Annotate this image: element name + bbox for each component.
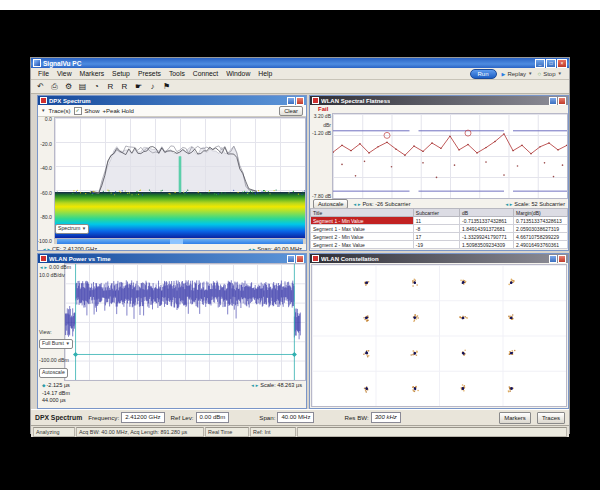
print-icon[interactable]: ⎙ <box>49 81 60 92</box>
view-dropdown[interactable]: Full Burst ▼ <box>39 339 73 349</box>
maximize-icon[interactable]: □ <box>546 59 556 68</box>
adjust-arrows-icon: ◄► <box>247 247 256 252</box>
table-header: Title <box>311 209 414 217</box>
table-cell: 4.66710758299229 <box>514 233 568 241</box>
dpx-panel-header[interactable]: DPX Spectrum <box>38 96 306 105</box>
table-cell: 2.05903038627319 <box>514 225 568 233</box>
title-bar[interactable]: SignalVu PC _ □ × <box>31 58 569 68</box>
panel-restore-icon[interactable] <box>287 255 295 263</box>
table-cell: 1.84914391372681 <box>460 225 514 233</box>
minimize-icon[interactable]: _ <box>535 59 545 68</box>
panel-close-icon[interactable] <box>558 255 566 263</box>
dpx-display[interactable]: Spectrum ▼ <box>54 117 306 239</box>
flatness-panel-header[interactable]: WLAN Spectral Flatness <box>310 96 568 105</box>
frequency-field[interactable]: 2.41200 GHz <box>121 412 164 423</box>
panel-close-icon[interactable] <box>296 97 304 105</box>
scale-readout[interactable]: ◄►Scale: 48.263 µs <box>250 382 302 388</box>
panel-close-icon[interactable] <box>558 97 566 105</box>
status-cell: Acq BW: 40.00 MHz, Acq Length: 891.280 µ… <box>76 427 204 437</box>
dpx-trace-toolbar: ▼ Trace(s) ✓ Show +Peak Hold Clear <box>38 105 306 117</box>
flatness-chart[interactable] <box>332 113 568 199</box>
pvt-panel-header[interactable]: WLAN Power vs Time <box>38 254 306 263</box>
replay-button[interactable]: ▶ Replay ▼ <box>502 71 533 77</box>
menu-tools[interactable]: Tools <box>165 70 189 77</box>
panel-close-icon[interactable] <box>296 255 304 263</box>
span-field[interactable]: 40.00 MHz <box>277 412 314 423</box>
toolbar: ↶⎙⚙▤◔RR☛♪⚑ <box>31 80 569 94</box>
adjust-arrows-icon: ◄► <box>39 265 48 270</box>
app-icon <box>33 59 41 67</box>
dpx-y-tick: -60.0 <box>40 190 52 196</box>
menu-presets[interactable]: Presets <box>134 70 165 77</box>
status-cell <box>297 427 567 437</box>
menu-bar: FileViewMarkersSetupPresetsToolsConnectW… <box>31 68 569 80</box>
pvt-y-axis: ◄►0.00 dBm 10.0 dB/div View: Full Burst … <box>38 263 64 381</box>
menu-file[interactable]: File <box>34 70 53 77</box>
marker-readout[interactable]: ◆-2.125 µs <box>42 382 70 388</box>
burst-length-readout: 44.000 µs <box>38 396 306 403</box>
show-checkbox[interactable]: ✓ <box>74 107 82 115</box>
dpx-y-tick: -80.0 <box>40 214 52 220</box>
stop-button[interactable]: ○ Stop ▼ <box>538 71 562 77</box>
flatness-results-table: TitleSubcarrierdBMargin(dB)Segment 1 - M… <box>310 208 568 249</box>
panel-icon <box>312 97 319 104</box>
stop-icon: ○ <box>538 71 542 77</box>
autoscale-button[interactable]: Autoscale <box>39 368 68 378</box>
clear-button[interactable]: Clear <box>279 106 303 116</box>
window-title: SignalVu PC <box>43 60 81 67</box>
menu-window[interactable]: Window <box>222 70 254 77</box>
table-cell: Segment 1 - Min Value <box>311 217 414 225</box>
res-bw-field[interactable]: 300 kHz <box>371 412 401 423</box>
traces-button[interactable]: Traces <box>537 412 565 424</box>
panel-restore-icon[interactable] <box>549 255 557 263</box>
table-row[interactable]: Segment 1 - Min Value11-0.71351337432861… <box>311 217 568 225</box>
touch-icon[interactable]: ☛ <box>133 81 144 92</box>
close-icon[interactable]: × <box>557 59 567 68</box>
constellation-panel-header[interactable]: WLAN Constellation <box>310 254 568 263</box>
menu-markers[interactable]: Markers <box>76 70 109 77</box>
peak-hold-selector[interactable]: +Peak Hold <box>103 108 134 114</box>
menu-view[interactable]: View <box>53 70 76 77</box>
autoscale-button[interactable]: Autoscale <box>313 199 348 209</box>
replay-marker-icon[interactable]: R <box>105 81 116 92</box>
ref-level-readout[interactable]: ◄►0.00 dBm <box>39 264 71 270</box>
spectrum-trace-dropdown[interactable]: Spectrum ▼ <box>55 224 89 234</box>
table-row[interactable]: Segment 2 - Min Value17-1.33299241790771… <box>311 233 568 241</box>
scale-readout[interactable]: ◄►Scale: 52 Subcarrier <box>504 201 565 207</box>
play-icon: ▶ <box>502 71 506 77</box>
menu-help[interactable]: Help <box>254 70 276 77</box>
table-row[interactable]: Segment 1 - Max Value-81.849143913726812… <box>311 225 568 233</box>
flag-icon[interactable]: ⚑ <box>161 81 172 92</box>
menu-setup[interactable]: Setup <box>108 70 134 77</box>
ref-level-group: Ref Lev: 0.00 dBm <box>171 412 230 423</box>
panel-restore-icon[interactable] <box>287 97 295 105</box>
trace-selector[interactable]: Trace(s) <box>48 108 70 114</box>
span-readout[interactable]: ◄►Span: 40.00 MHz <box>247 246 302 252</box>
alarm-clock-icon[interactable]: ◔ <box>91 81 102 92</box>
cf-readout[interactable]: ◄►CF: 2.41200 GHz <box>42 246 97 252</box>
shield-icon[interactable]: ▤ <box>77 81 88 92</box>
status-badge: Fail <box>318 106 328 112</box>
panel-icon <box>40 97 47 104</box>
table-cell: Segment 2 - Max Value <box>311 241 414 249</box>
position-readout[interactable]: ◄►Pos: -26 Subcarrier <box>352 201 410 207</box>
marker-diamond-icon: ◆ <box>42 383 45 388</box>
status-cell: Ref: Int <box>250 427 296 437</box>
chevron-down-icon: ▼ <box>528 71 532 76</box>
table-row[interactable]: Segment 2 - Max Value-191.50983509234309… <box>311 241 568 249</box>
undo-icon[interactable]: ↶ <box>35 81 46 92</box>
dpx-horizontal-scrollbar[interactable] <box>54 239 306 244</box>
constellation-display[interactable] <box>311 264 567 407</box>
replay-all-icon[interactable]: R <box>119 81 130 92</box>
adjust-arrows-icon: ◄► <box>504 202 513 207</box>
panel-restore-icon[interactable] <box>549 97 557 105</box>
adjust-arrows-icon: ◄► <box>352 202 361 207</box>
settings-gear-icon[interactable]: ⚙ <box>63 81 74 92</box>
audio-icon[interactable]: ♪ <box>147 81 158 92</box>
menu-connect[interactable]: Connect <box>189 70 222 77</box>
table-header: dB <box>460 209 514 217</box>
ref-level-field[interactable]: 0.00 dBm <box>196 412 230 423</box>
pvt-chart[interactable] <box>64 263 306 381</box>
run-button[interactable]: Run <box>470 69 497 79</box>
markers-button[interactable]: Markers <box>499 412 531 424</box>
